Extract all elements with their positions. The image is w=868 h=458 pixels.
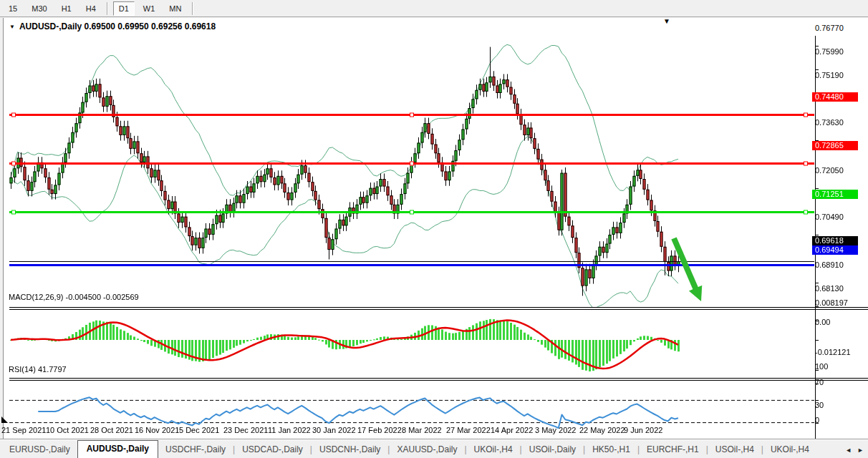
date-axis-label: 11 Jan 2022 (268, 426, 311, 434)
price-level-label: 0.74480 (812, 92, 858, 102)
chart-tab-ukoil-h4[interactable]: UKOil-,H4 (467, 442, 520, 458)
price-axis-tick: 0.68910 (815, 260, 844, 269)
price-axis-tick: 0.75190 (815, 71, 844, 79)
rsi-axis-tick: 100 (815, 362, 828, 371)
timeframe-button-h1[interactable]: H1 (56, 1, 77, 16)
price-level-label: 0.69494 (812, 245, 858, 255)
chart-window (3, 18, 868, 439)
price-level-label: 0.71251 (812, 190, 858, 199)
date-axis-label: 23 Dec 2021 (223, 426, 268, 434)
timeframe-button-mn[interactable]: MN (163, 1, 187, 16)
date-axis-label: 17 Feb 2022 (357, 426, 402, 434)
macd-axis-tick: 0.008197 (815, 298, 848, 307)
chart-tab-xauusd-daily[interactable]: XAUUSD-,Daily (390, 442, 464, 458)
date-axis-label: 22 May 2022 (579, 426, 625, 434)
chart-title-text: AUDUSD-,Daily 0.69500 0.69950 0.69256 0.… (19, 21, 216, 31)
chart-tab-usoil-h4[interactable]: USOil-,H4 (708, 442, 761, 458)
chart-tab-bar: EURUSD-,DailyAUDUSD-,DailyUSDCHF-,Daily|… (0, 439, 868, 458)
chart-title: ▼AUDUSD-,Daily 0.69500 0.69950 0.69256 0… (9, 21, 216, 31)
rsi-indicator-label: RSI(14) 41.7797 (9, 365, 67, 374)
rsi-axis-tick: 30 (815, 401, 824, 409)
macd-indicator-label: MACD(12,26,9) -0.004500 -0.002569 (9, 293, 139, 301)
chart-tab-audusd-daily[interactable]: AUDUSD-,Daily (77, 440, 158, 458)
chart-tab-eurusd-daily[interactable]: EURUSD-,Daily (2, 442, 77, 458)
chart-tab-usdcnh-daily[interactable]: USDCNH-,Daily (312, 442, 387, 458)
date-axis-label: 28 Oct 2021 (90, 426, 133, 434)
date-axis-label: 27 Mar 2022 (446, 426, 491, 434)
chart-tab-eurchf-h1[interactable]: EURCHF-,H1 (640, 442, 706, 458)
axis-corner-marker (1, 416, 8, 423)
rsi-axis-tick: 70 (815, 378, 824, 386)
toolbar-separator (107, 2, 108, 15)
price-level-label: 0.69618 (812, 236, 858, 245)
price-axis-tick: 0.68130 (815, 284, 844, 293)
price-axis-tick: 0.70490 (815, 213, 844, 221)
tab-scroll-right-icon[interactable]: ► (857, 447, 864, 454)
toolbar-separator (192, 2, 193, 15)
chart-canvas[interactable] (9, 36, 868, 456)
date-axis-label: 16 Nov 2021 (135, 426, 179, 434)
date-axis-label: 5 Dec 2021 (179, 426, 219, 434)
date-axis-label: 9 Jun 2022 (624, 426, 662, 434)
chart-shift-marker-icon[interactable]: ▼ (663, 17, 670, 25)
date-axis-label: 30 Jan 2022 (312, 426, 356, 434)
timeframe-button-h4[interactable]: H4 (80, 1, 102, 16)
macd-axis-tick: -0.012121 (815, 348, 851, 356)
timeframe-button-15[interactable]: 15 (3, 1, 23, 16)
chart-tab-usoil-daily[interactable]: USOil-,Daily (522, 442, 583, 458)
date-axis-label: 8 Mar 2022 (402, 426, 442, 434)
date-axis-label: 10 Oct 2021 (46, 426, 89, 434)
rsi-axis-tick: 0 (815, 416, 819, 424)
chart-tab-usdchf-daily[interactable]: USDCHF-,Daily (158, 442, 233, 458)
date-axis-label: 14 Apr 2022 (491, 426, 533, 434)
timeframe-button-d1[interactable]: D1 (113, 1, 135, 16)
symbol-dropdown-icon[interactable]: ▼ (9, 24, 15, 30)
chart-tab-ukoil-h4[interactable]: UKOil-,H4 (763, 442, 816, 458)
tab-scroll-buttons: ◄► (845, 447, 864, 458)
mt4-terminal: { "toolbar": { "timeframes": [ {"label":… (0, 0, 868, 458)
date-axis-label: 3 May 2022 (535, 426, 576, 434)
chart-tab-usdcad-daily[interactable]: USDCAD-,Daily (235, 442, 310, 458)
price-axis-tick: 0.73630 (815, 118, 844, 127)
price-axis-tick: 0.72050 (815, 166, 844, 175)
timeframe-button-w1[interactable]: W1 (138, 1, 161, 16)
chart-tab-hk50-h1[interactable]: HK50-,H1 (585, 442, 637, 458)
price-axis-tick: 0.76770 (815, 24, 844, 32)
tab-scroll-left-icon[interactable]: ◄ (845, 447, 852, 454)
date-axis-label: 21 Sep 2021 (1, 426, 46, 434)
macd-axis-tick: 0.00 (815, 318, 830, 326)
price-level-label: 0.72865 (812, 141, 858, 150)
timeframe-button-m30[interactable]: M30 (26, 1, 52, 16)
price-axis-tick: 0.75990 (815, 47, 844, 56)
timeframe-toolbar: 15M30H1H4D1W1MN (0, 0, 868, 17)
